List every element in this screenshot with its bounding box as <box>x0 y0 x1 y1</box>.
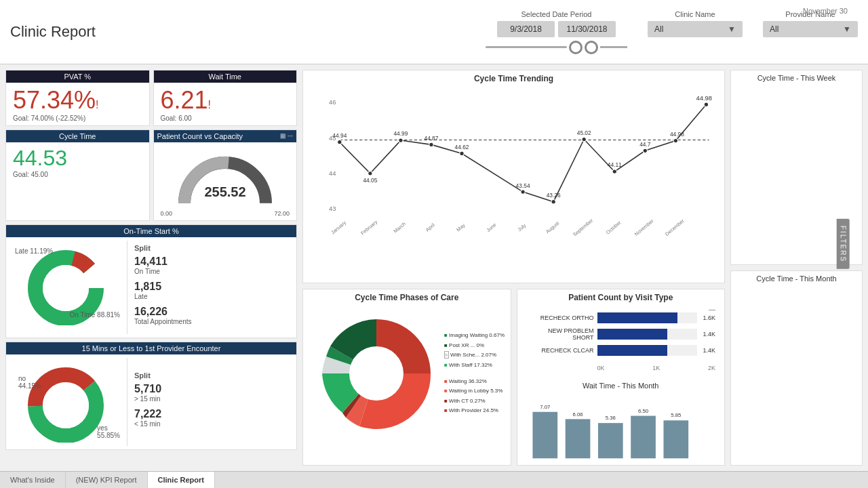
bar-fill-1 <box>597 312 677 323</box>
svg-point-12 <box>338 140 342 144</box>
slider-handle-left[interactable] <box>569 41 583 54</box>
svg-rect-49 <box>532 412 557 459</box>
trending-card: Cycle Time Trending 46 45 44 43 <box>302 70 725 283</box>
slider-handle-right[interactable] <box>585 41 598 54</box>
bar-label-2: NEW PROBLEM SHORT <box>526 327 594 341</box>
on-time-label: On Time <box>134 268 192 275</box>
bar-container-1 <box>597 312 698 323</box>
wait-time-svg: 7.07 6.06 5.36 6.50 5.85 <box>523 392 719 460</box>
total-count: 16,226 <box>134 306 192 318</box>
svg-point-23 <box>704 102 708 106</box>
provider-select[interactable]: All ▼ <box>763 21 858 37</box>
date-display: November 30 <box>803 7 848 15</box>
bar-chart: RECHECK ORTHO 1.6K NEW PROBLEM SHORT 1 <box>526 309 716 363</box>
fifteen-split: Split 5,710 > 15 min 7,222 < 15 min <box>134 358 161 446</box>
on-time-title: On-Time Start % <box>6 225 296 237</box>
svg-point-16 <box>460 151 464 155</box>
svg-point-13 <box>368 171 372 176</box>
gauge-svg: 255.52 <box>171 146 279 214</box>
phases-title: Cycle Time Phases of Care <box>309 293 505 302</box>
cycle-time-card: Cycle Time 44.53 Goal: 45.00 <box>5 129 150 221</box>
svg-text:5.85: 5.85 <box>671 412 681 418</box>
expand-icon[interactable]: — <box>709 306 715 313</box>
split-title2: Split <box>134 371 161 380</box>
on-time-card: On-Time Start % Late 11.19% On Time 88.8… <box>5 224 297 338</box>
bar-container-3 <box>597 345 698 356</box>
phases-legend: ■ Imaging Waiting 0.67% ■ Post XR ... 0%… <box>444 331 505 415</box>
svg-text:43.54: 43.54 <box>516 182 530 189</box>
filters-tab[interactable]: FILTERS <box>836 219 849 269</box>
total-label: Total Appointments <box>134 318 192 325</box>
tab-whats-inside[interactable]: What's Inside <box>0 472 66 488</box>
svg-text:July: July <box>517 222 528 232</box>
svg-text:September: September <box>572 217 595 236</box>
date-end[interactable]: 11/30/2018 <box>558 21 616 37</box>
svg-text:45.02: 45.02 <box>577 129 591 136</box>
phases-card: Cycle Time Phases of Care <box>302 289 511 466</box>
clinic-select[interactable]: All ▼ <box>648 21 743 37</box>
svg-text:255.52: 255.52 <box>204 184 245 199</box>
clinic-arrow-icon: ▼ <box>728 24 736 34</box>
svg-text:January: January <box>330 220 347 236</box>
pvat-goal: Goal: 74.00% (-22.52%) <box>13 115 142 122</box>
on-time-donut: Late 11.19% On Time 88.81% <box>12 241 120 329</box>
svg-text:February: February <box>359 219 379 236</box>
svg-point-21 <box>643 148 647 152</box>
bar-fill-3 <box>597 345 668 356</box>
date-inputs: 9/3/2018 11/30/2018 <box>497 21 616 37</box>
date-slider[interactable] <box>486 41 627 54</box>
cycle-month-card: Cycle Time - This Month <box>730 270 863 466</box>
trending-svg: 46 45 44 43 <box>309 87 719 236</box>
fifteen-donut: no44.15% yes55.85% <box>12 358 120 446</box>
svg-point-19 <box>582 137 586 141</box>
svg-text:April: April <box>425 222 436 233</box>
visit-count-content: — RECHECK ORTHO 1.6K NEW PROBLEM SHORT <box>523 306 719 375</box>
svg-text:7.07: 7.07 <box>540 404 550 410</box>
wait-time-title: Wait Time <box>154 70 297 83</box>
patient-count-card: Patient Count vs Capacity ⊞ ··· 255.52 0… <box>153 129 298 221</box>
visit-count-card: Patient Count by Visit Type — RECHECK OR… <box>517 289 726 466</box>
tab-kpi-report[interactable]: (NEW) KPI Report <box>66 472 148 488</box>
svg-point-22 <box>673 138 677 142</box>
gauge-icons: ⊞ ··· <box>280 132 293 140</box>
table-icon[interactable]: ⊞ <box>280 132 285 140</box>
bottom-charts: Cycle Time Phases of Care <box>302 289 725 466</box>
cycle-week-title: Cycle Time - This Week <box>736 74 856 82</box>
svg-text:August: August <box>545 220 560 235</box>
svg-text:June: June <box>485 222 497 233</box>
table-row: RECHECK CLCAR 1.4K <box>526 345 716 356</box>
svg-point-20 <box>612 169 616 174</box>
tab-clinic-report[interactable]: Clinic Report <box>148 472 215 488</box>
ontime-label: On Time 88.81% <box>70 311 120 319</box>
pvat-alert-icon: ! <box>96 99 98 111</box>
svg-text:5.36: 5.36 <box>605 415 615 421</box>
svg-point-3 <box>43 265 89 311</box>
wait-time-value: 6.21 <box>161 86 208 115</box>
gauge-max: 72.00 <box>274 210 290 217</box>
header-controls: Selected Date Period 9/3/2018 11/30/2018… <box>418 10 858 54</box>
svg-point-14 <box>399 138 403 142</box>
date-start[interactable]: 9/3/2018 <box>497 21 555 37</box>
table-row: NEW PROBLEM SHORT 1.4K <box>526 327 716 341</box>
fifteen-mins-title: 15 Mins or Less to 1st Provider Encounte… <box>6 342 296 354</box>
svg-text:March: March <box>393 221 407 235</box>
on-time-count: 14,411 <box>134 256 192 268</box>
svg-text:6.06: 6.06 <box>572 411 583 418</box>
fifteen-mins-card: 15 Mins or Less to 1st Provider Encounte… <box>5 342 297 450</box>
svg-point-6 <box>43 382 89 428</box>
svg-rect-57 <box>663 420 688 458</box>
svg-text:44.87: 44.87 <box>424 135 438 142</box>
center-panel: Cycle Time Trending 46 45 44 43 <box>302 70 725 466</box>
header: Clinic Report Selected Date Period 9/3/2… <box>0 0 868 64</box>
svg-text:43: 43 <box>329 205 336 212</box>
kpi-row-2: Cycle Time 44.53 Goal: 45.00 Patient Cou… <box>5 129 297 221</box>
svg-point-48 <box>349 346 403 401</box>
svg-point-18 <box>551 200 555 204</box>
svg-text:44.94: 44.94 <box>332 132 347 139</box>
more-icon[interactable]: ··· <box>288 132 293 140</box>
svg-rect-55 <box>631 416 656 459</box>
date-period-group: Selected Date Period 9/3/2018 11/30/2018 <box>486 10 627 54</box>
bar-container-2 <box>597 329 698 340</box>
gt15-label: > 15 min <box>134 395 161 403</box>
cycle-time-goal: Goal: 45.00 <box>13 171 142 178</box>
